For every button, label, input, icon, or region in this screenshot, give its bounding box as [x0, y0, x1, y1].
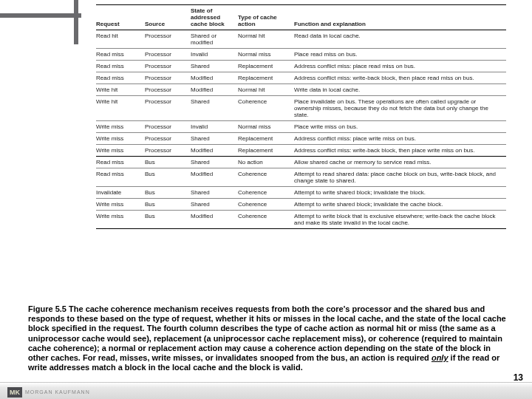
- cell-action: Normal miss: [238, 121, 294, 133]
- cell-source: Bus: [145, 211, 191, 229]
- table-row: Read missProcessorInvalidNormal missPlac…: [96, 49, 506, 61]
- cell-state: Modified: [191, 168, 238, 187]
- cell-source: Processor: [145, 49, 191, 61]
- cell-state: Shared: [191, 133, 238, 145]
- corner-decoration: [0, 0, 81, 44]
- cell-source: Processor: [145, 133, 191, 145]
- header-source: Source: [145, 5, 191, 30]
- header-action: Type of cache action: [238, 5, 294, 30]
- cell-action: No action: [238, 157, 294, 168]
- cell-state: Shared: [191, 187, 238, 199]
- cell-function: Attempt to write shared block; invalidat…: [294, 199, 506, 211]
- cell-action: Coherence: [238, 168, 294, 187]
- table-row: Read missBusModifiedCoherenceAttempt to …: [96, 168, 506, 187]
- cell-function: Read data in local cache.: [294, 30, 506, 49]
- cell-function: Write data in local cache.: [294, 84, 506, 96]
- logo-mk-icon: MK: [7, 387, 22, 398]
- cell-request: Read hit: [96, 30, 145, 49]
- table-row: Write missBusSharedCoherenceAttempt to w…: [96, 199, 506, 211]
- header-state: State of addressed cache block: [191, 5, 238, 30]
- cell-function: Address conflict miss: place write miss …: [294, 133, 506, 145]
- cell-source: Processor: [145, 145, 191, 157]
- cell-function: Allow shared cache or memory to service …: [294, 157, 506, 168]
- header-function: Function and explanation: [294, 5, 506, 30]
- cell-function: Attempt to write block that is exclusive…: [294, 211, 506, 229]
- cell-action: Coherence: [238, 96, 294, 121]
- cell-action: Replacement: [238, 133, 294, 145]
- table-row: Read missProcessorSharedReplacementAddre…: [96, 61, 506, 72]
- cell-source: Bus: [145, 187, 191, 199]
- cell-state: Modified: [191, 84, 238, 96]
- cell-function: Place read miss on bus.: [294, 49, 506, 61]
- cell-request: Write hit: [96, 84, 145, 96]
- cell-request: Write miss: [96, 199, 145, 211]
- cell-function: Place invalidate on bus. These operation…: [294, 96, 506, 121]
- cell-request: Write miss: [96, 211, 145, 229]
- cell-source: Processor: [145, 72, 191, 84]
- cell-function: Attempt to write shared block; invalidat…: [294, 187, 506, 199]
- table-row: Write missProcessorSharedReplacementAddr…: [96, 133, 506, 145]
- cell-source: Processor: [145, 30, 191, 49]
- cell-action: Replacement: [238, 145, 294, 157]
- cell-action: Normal miss: [238, 49, 294, 61]
- cell-function: Attempt to read shared data: place cache…: [294, 168, 506, 187]
- cell-function: Address conflict miss: write-back block,…: [294, 72, 506, 84]
- cell-action: Replacement: [238, 61, 294, 72]
- cell-function: Address conflict miss: write-back block,…: [294, 145, 506, 157]
- cell-action: Coherence: [238, 199, 294, 211]
- table-row: Write missProcessorInvalidNormal missPla…: [96, 121, 506, 133]
- cell-function: Place write miss on bus.: [294, 121, 506, 133]
- table-row: Write hitProcessorSharedCoherencePlace i…: [96, 96, 506, 121]
- table-row: Write missBusModifiedCoherenceAttempt to…: [96, 211, 506, 229]
- cell-state: Shared: [191, 61, 238, 72]
- table-row: Read missBusSharedNo actionAllow shared …: [96, 157, 506, 168]
- cell-action: Normal hit: [238, 30, 294, 49]
- slide: Request Source State of addressed cache …: [0, 0, 532, 399]
- cell-request: Read miss: [96, 72, 145, 84]
- cell-source: Processor: [145, 96, 191, 121]
- cell-request: Write miss: [96, 121, 145, 133]
- footer-bar: MKMORGAN KAUFMANN: [0, 382, 532, 399]
- cell-state: Shared: [191, 199, 238, 211]
- cell-request: Read miss: [96, 49, 145, 61]
- page-number: 13: [514, 372, 523, 383]
- figure-caption: Figure 5.5 The cache coherence mechanism…: [28, 304, 507, 372]
- cell-state: Modified: [191, 145, 238, 157]
- header-request: Request: [96, 5, 145, 30]
- cell-function: Address conflict miss: place read miss o…: [294, 61, 506, 72]
- cell-request: Write miss: [96, 145, 145, 157]
- table-header-row: Request Source State of addressed cache …: [96, 5, 506, 30]
- table-row: InvalidateBusSharedCoherenceAttempt to w…: [96, 187, 506, 199]
- cell-source: Processor: [145, 61, 191, 72]
- cell-request: Read miss: [96, 61, 145, 72]
- cell-source: Bus: [145, 199, 191, 211]
- cell-state: Invalid: [191, 121, 238, 133]
- cell-source: Processor: [145, 121, 191, 133]
- cell-state: Shared: [191, 157, 238, 168]
- logo-text: MORGAN KAUFMANN: [25, 389, 90, 395]
- publisher-logo: MKMORGAN KAUFMANN: [7, 387, 90, 398]
- cell-state: Shared: [191, 96, 238, 121]
- cell-action: Normal hit: [238, 84, 294, 96]
- cell-request: Read miss: [96, 168, 145, 187]
- cell-source: Bus: [145, 168, 191, 187]
- cell-source: Processor: [145, 84, 191, 96]
- table-row: Write hitProcessorModifiedNormal hitWrit…: [96, 84, 506, 96]
- caption-only: only: [432, 353, 449, 362]
- cell-request: Invalidate: [96, 187, 145, 199]
- table-body: Read hitProcessorShared or modifiedNorma…: [96, 30, 506, 229]
- table-row: Read missProcessorModifiedReplacementAdd…: [96, 72, 506, 84]
- cell-action: Coherence: [238, 211, 294, 229]
- cell-state: Modified: [191, 211, 238, 229]
- cell-state: Modified: [191, 72, 238, 84]
- table-row: Write missProcessorModifiedReplacementAd…: [96, 145, 506, 157]
- table-row: Read hitProcessorShared or modifiedNorma…: [96, 30, 506, 49]
- cell-state: Shared or modified: [191, 30, 238, 49]
- cell-request: Write hit: [96, 96, 145, 121]
- cell-source: Bus: [145, 157, 191, 168]
- cell-action: Coherence: [238, 187, 294, 199]
- cell-action: Replacement: [238, 72, 294, 84]
- coherence-table: Request Source State of addressed cache …: [96, 4, 506, 229]
- cell-state: Invalid: [191, 49, 238, 61]
- cell-request: Write miss: [96, 133, 145, 145]
